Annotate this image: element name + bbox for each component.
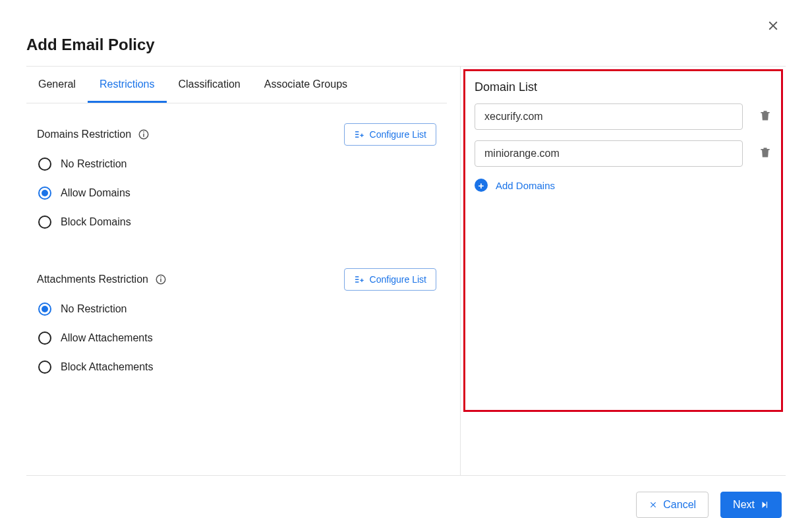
- radio-icon: [38, 216, 51, 229]
- tab-bar: GeneralRestrictionsClassificationAssocia…: [26, 67, 447, 103]
- attachments-option-no-restriction[interactable]: No Restriction: [38, 302, 436, 316]
- domain-row: [475, 103, 772, 130]
- radio-label: No Restriction: [61, 158, 127, 170]
- close-icon: [649, 500, 658, 509]
- next-button[interactable]: Next: [720, 492, 782, 518]
- svg-rect-2: [143, 132, 144, 133]
- configure-attachments-label: Configure List: [370, 274, 426, 285]
- tab-classification[interactable]: Classification: [167, 67, 252, 103]
- attachments-option-block-attachements[interactable]: Block Attachements: [38, 360, 436, 374]
- modal-title: Add Email Policy: [26, 36, 786, 54]
- attachments-restriction-section: Attachments Restriction Configure List N…: [26, 248, 447, 380]
- svg-rect-4: [160, 279, 161, 282]
- svg-rect-5: [160, 277, 161, 278]
- radio-label: Block Domains: [61, 216, 131, 228]
- radio-label: Allow Attachements: [61, 332, 153, 344]
- radio-icon: [38, 331, 51, 345]
- modal-footer: Cancel Next: [26, 475, 786, 518]
- play-next-icon: [760, 500, 769, 509]
- next-label: Next: [733, 499, 755, 511]
- domains-option-no-restriction[interactable]: No Restriction: [38, 158, 436, 171]
- close-button[interactable]: [766, 18, 780, 36]
- domain-list-title: Domain List: [475, 80, 772, 94]
- modal-body: GeneralRestrictionsClassificationAssocia…: [26, 66, 786, 475]
- domains-restriction-title: Domains Restriction: [37, 129, 131, 140]
- tab-restrictions[interactable]: Restrictions: [88, 67, 167, 103]
- attachments-restriction-title: Attachments Restriction: [37, 273, 148, 285]
- svg-rect-1: [143, 134, 144, 137]
- attachments-option-allow-attachements[interactable]: Allow Attachements: [38, 331, 436, 345]
- radio-icon: [38, 187, 51, 200]
- configure-list-icon: [354, 274, 364, 285]
- close-icon: [766, 18, 780, 33]
- trash-icon: [759, 108, 772, 123]
- domain-row: [475, 140, 772, 167]
- svg-rect-6: [767, 502, 767, 507]
- add-email-policy-modal: Add Email Policy GeneralRestrictionsClas…: [0, 0, 812, 518]
- radio-icon: [38, 360, 51, 374]
- radio-icon: [38, 158, 51, 171]
- cancel-button[interactable]: Cancel: [636, 492, 709, 518]
- configure-domains-label: Configure List: [370, 129, 426, 140]
- tab-general[interactable]: General: [26, 67, 88, 103]
- domain-input[interactable]: [475, 103, 743, 130]
- add-domains-button[interactable]: + Add Domains: [475, 179, 772, 192]
- right-column: Domain List + Add Domains: [460, 67, 786, 475]
- domain-list-panel: Domain List + Add Domains: [463, 69, 783, 412]
- radio-icon: [38, 302, 51, 316]
- domains-option-allow-domains[interactable]: Allow Domains: [38, 187, 436, 200]
- trash-icon: [759, 145, 772, 159]
- info-icon[interactable]: [138, 129, 150, 140]
- delete-domain-button[interactable]: [759, 108, 772, 125]
- tab-associate-groups[interactable]: Associate Groups: [252, 67, 359, 103]
- radio-label: No Restriction: [61, 303, 127, 315]
- info-icon[interactable]: [155, 273, 167, 285]
- plus-circle-icon: +: [475, 179, 488, 192]
- domains-option-block-domains[interactable]: Block Domains: [38, 216, 436, 229]
- configure-attachments-button[interactable]: Configure List: [344, 268, 436, 291]
- domains-radio-group: No RestrictionAllow DomainsBlock Domains: [37, 158, 436, 229]
- configure-domains-button[interactable]: Configure List: [344, 123, 436, 146]
- attachments-radio-group: No RestrictionAllow AttachementsBlock At…: [37, 302, 436, 374]
- delete-domain-button[interactable]: [759, 145, 772, 162]
- add-domains-label: Add Domains: [496, 180, 555, 191]
- radio-label: Block Attachements: [61, 361, 154, 373]
- cancel-label: Cancel: [663, 499, 696, 511]
- configure-list-icon: [354, 129, 364, 140]
- domains-restriction-section: Domains Restriction Configure List No Re…: [26, 103, 447, 235]
- radio-label: Allow Domains: [61, 187, 130, 199]
- left-column: GeneralRestrictionsClassificationAssocia…: [26, 67, 460, 475]
- domain-input[interactable]: [475, 140, 743, 167]
